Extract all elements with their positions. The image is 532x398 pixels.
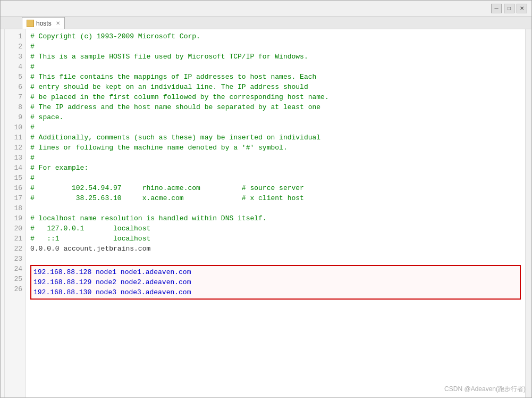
highlighted-block: 192.168.88.128 node1 node1.adeaven.com19… <box>30 265 521 300</box>
line-number: 15 <box>14 173 22 183</box>
code-line: # ::1 localhost <box>30 234 521 244</box>
code-line: # space. <box>30 112 521 122</box>
line-number: 10 <box>14 122 22 132</box>
line-number: 20 <box>14 223 22 234</box>
line-number: 3 <box>18 52 22 62</box>
line-number: 4 <box>18 62 22 72</box>
line-number: 22 <box>14 244 22 254</box>
tab-hosts[interactable]: hosts ✕ <box>22 17 65 29</box>
tab-bar: hosts ✕ <box>1 16 531 29</box>
line-number: 12 <box>14 143 22 153</box>
line-numbers: 1234567891011121314151617181920212223242… <box>5 29 26 397</box>
editor-wrapper: 1234567891011121314151617181920212223242… <box>1 29 531 397</box>
code-line: # <box>30 62 521 72</box>
code-line: # 127.0.0.1 localhost <box>30 223 521 234</box>
code-line: # localhost name resolution is handled w… <box>30 213 521 223</box>
line-number: 13 <box>14 153 22 163</box>
close-button[interactable]: ✕ <box>517 4 527 13</box>
code-line <box>30 203 521 213</box>
code-line: # 38.25.63.10 x.acme.com # x client host <box>30 193 521 203</box>
line-number: 21 <box>14 234 22 244</box>
vertical-scrollbar[interactable] <box>525 29 531 397</box>
code-line: # This file contains the mappings of IP … <box>30 72 521 82</box>
code-line: # Copyright (c) 1993-2009 Microsoft Corp… <box>30 31 521 42</box>
code-line <box>30 254 521 264</box>
code-line: 192.168.88.130 node3 node3.adeaven.com <box>33 287 518 297</box>
line-number: 17 <box>14 193 22 203</box>
line-number: 1 <box>18 31 22 42</box>
line-number: 16 <box>14 183 22 193</box>
code-line: # Additionally, comments (such as these)… <box>30 132 521 143</box>
line-number: 11 <box>14 132 22 143</box>
code-line: 192.168.88.129 node2 node2.adeaven.com <box>33 277 518 287</box>
line-number: 8 <box>18 102 22 112</box>
code-editor[interactable]: # Copyright (c) 1993-2009 Microsoft Corp… <box>26 29 525 397</box>
line-number: 2 <box>18 42 22 52</box>
line-number: 14 <box>14 163 22 173</box>
tab-close-button[interactable]: ✕ <box>56 20 60 26</box>
maximize-button[interactable]: □ <box>504 4 514 13</box>
code-line: # be placed in the first column followed… <box>30 92 521 102</box>
title-bar: ─ □ ✕ <box>1 1 531 16</box>
window-controls: ─ □ ✕ <box>491 4 527 13</box>
line-number: 9 <box>18 112 22 122</box>
line-number: 18 <box>14 203 22 213</box>
line-number: 23 <box>14 254 22 264</box>
code-line: # <box>30 42 521 52</box>
tab-file-icon <box>27 20 34 27</box>
left-gutter <box>1 29 5 397</box>
code-line: # <box>30 153 521 163</box>
code-line: # <box>30 122 521 132</box>
code-line: 192.168.88.128 node1 node1.adeaven.com <box>33 267 518 277</box>
code-line: # The IP address and the host name shoul… <box>30 102 521 112</box>
code-line: 0.0.0.0 account.jetbrains.com <box>30 244 521 254</box>
minimize-button[interactable]: ─ <box>491 4 502 13</box>
code-line: # entry should be kept on an individual … <box>30 82 521 92</box>
code-line: # <box>30 173 521 183</box>
line-number: 24 <box>14 264 22 274</box>
code-line: # This is a sample HOSTS file used by Mi… <box>30 52 521 62</box>
line-number: 26 <box>14 284 22 294</box>
line-number: 6 <box>18 82 22 92</box>
line-number: 5 <box>18 72 22 82</box>
line-number: 25 <box>14 274 22 284</box>
line-number: 19 <box>14 213 22 223</box>
line-number: 7 <box>18 92 22 102</box>
tab-label: hosts <box>36 20 52 27</box>
watermark: CSDN @Adeaven(跑步行者) <box>444 385 526 394</box>
code-line: # For example: <box>30 163 521 173</box>
window: ─ □ ✕ hosts ✕ 12345678910111213141516171… <box>0 0 532 398</box>
code-line: # 102.54.94.97 rhino.acme.com # source s… <box>30 183 521 193</box>
code-line: # lines or following the machine name de… <box>30 143 521 153</box>
